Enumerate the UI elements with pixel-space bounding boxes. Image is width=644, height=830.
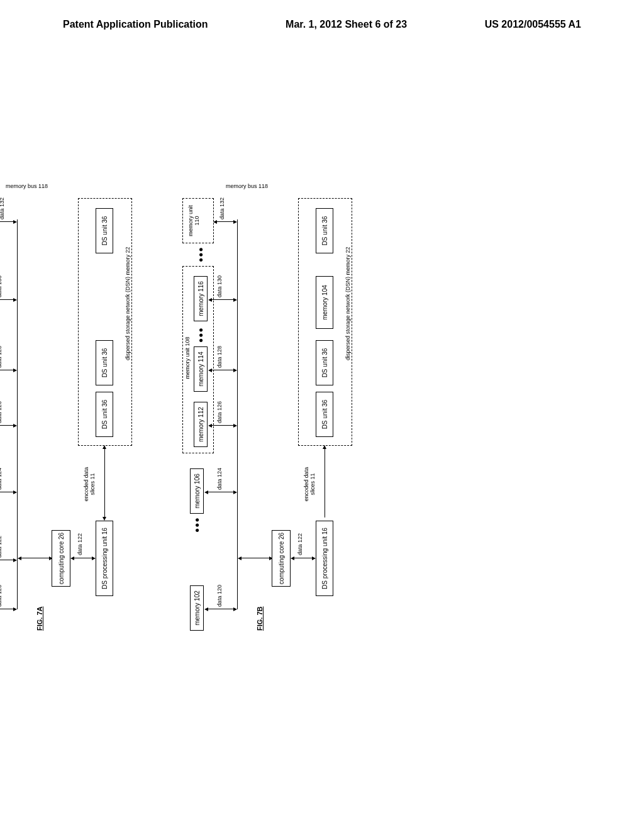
- arrow: [216, 221, 234, 222]
- arrow: [294, 558, 313, 558]
- arrow: [74, 558, 92, 558]
- arrow: [211, 425, 234, 426]
- data-128-label-b: data 128: [216, 346, 223, 368]
- memory-bus-label: memory bus 118: [6, 183, 48, 189]
- memory-116-b: memory 116: [194, 276, 208, 321]
- memory-unit-110-b-label: memory unit 110: [187, 202, 200, 240]
- arrow: [0, 221, 14, 222]
- computing-core-b: computing core 26: [272, 530, 291, 587]
- slices-label-b: encoded data slices 11: [303, 462, 316, 506]
- arrow: [325, 448, 325, 517]
- data-120-label: data 120: [0, 585, 3, 607]
- data-126-label: data 126: [0, 401, 3, 423]
- dsn-label: dispersed storage network (DSN) memory 2…: [125, 246, 131, 360]
- dots-icon: ●●●: [192, 517, 201, 533]
- data-130-label: data 130: [0, 275, 3, 297]
- data-132-label-b: data 132: [219, 197, 225, 219]
- dots-icon: ●●●: [196, 246, 205, 262]
- header-right: US 2012/0054555 A1: [485, 19, 581, 30]
- data-132-label: data 132: [0, 197, 5, 219]
- data-120-label-b: data 120: [216, 585, 223, 607]
- memory-114-b: memory 114: [194, 346, 208, 392]
- page-header: Patent Application Publication Mar. 1, 2…: [0, 0, 644, 36]
- memory-bus-label-b: memory bus 118: [226, 183, 268, 189]
- arrow: [0, 609, 14, 609]
- memory-102-b: memory 102: [190, 585, 204, 631]
- fig-7b: FIG. 7B memory 102 ●●● memory 106 memory…: [190, 102, 379, 631]
- data-124-label: data 124: [0, 468, 3, 490]
- header-center: Mar. 1, 2012 Sheet 6 of 23: [286, 19, 407, 30]
- arrow: [208, 609, 234, 609]
- header-left: Patent Application Publication: [63, 19, 208, 30]
- memory-unit-108-b-label: memory unit 108: [184, 333, 191, 383]
- ds-unit-b1: DS unit 36: [316, 392, 333, 437]
- slices-label: encoded data slices 11: [83, 462, 96, 506]
- arrow: [211, 370, 234, 370]
- arrow: [0, 560, 14, 560]
- memory-112-b: memory 112: [194, 402, 208, 447]
- data-122-label: data 122: [0, 536, 3, 558]
- data-122-label-b2: data 122: [297, 533, 303, 555]
- ds-unit-b3: DS unit 36: [316, 208, 333, 253]
- memory-bus-line-b: [237, 219, 238, 609]
- computing-core: computing core 26: [52, 530, 70, 587]
- memory-bus-line: [17, 219, 18, 609]
- ds-unit-3: DS unit 36: [96, 208, 113, 253]
- diagram-container: FIG. 7A memory 102 memory 104 ●●● memory…: [45, 169, 599, 558]
- memory-104-b: memory 104: [316, 276, 333, 329]
- ds-processing-unit: DS processing unit 16: [96, 521, 113, 596]
- fig-7a-label: FIG. 7A: [36, 606, 43, 631]
- ds-processing-unit-b: DS processing unit 16: [316, 521, 333, 596]
- data-122-label-2: data 122: [77, 533, 83, 555]
- memory-106-b: memory 106: [190, 468, 204, 514]
- data-128-label: data 128: [0, 346, 3, 368]
- fig-7a: FIG. 7A memory 102 memory 104 ●●● memory…: [0, 102, 158, 631]
- data-126-label-b: data 126: [216, 401, 223, 423]
- ds-unit-2: DS unit 36: [96, 340, 113, 385]
- arrow: [241, 558, 270, 558]
- data-124-label-b: data 124: [216, 468, 223, 490]
- fig-7b-label: FIG. 7B: [256, 606, 264, 631]
- arrow: [0, 370, 14, 370]
- arrow: [104, 448, 105, 517]
- arrow: [211, 299, 234, 300]
- arrow: [208, 492, 234, 492]
- arrow: [0, 492, 14, 492]
- dots-icon: ●●●: [196, 327, 205, 343]
- arrow: [0, 299, 14, 300]
- data-130-label-b: data 130: [216, 275, 223, 297]
- ds-unit-1: DS unit 36: [96, 392, 113, 437]
- ds-unit-b2: DS unit 36: [316, 340, 333, 385]
- dsn-label-b: dispersed storage network (DSN) memory 2…: [345, 246, 351, 360]
- arrow: [0, 425, 14, 426]
- arrow: [21, 558, 50, 558]
